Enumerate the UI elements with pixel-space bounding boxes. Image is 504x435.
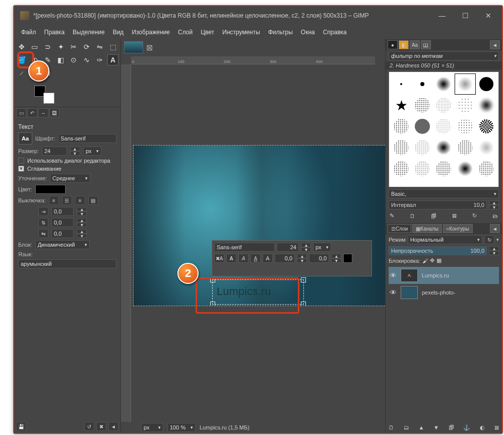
line-spacing-input[interactable]: 0,0 bbox=[51, 218, 74, 227]
cage-tool-icon[interactable]: ⬚ bbox=[107, 41, 118, 52]
dup-layer-icon[interactable]: 🗐 bbox=[449, 424, 454, 431]
brush-item[interactable] bbox=[391, 116, 411, 136]
text-color-swatch[interactable] bbox=[35, 185, 66, 194]
menu-edit[interactable]: Правка bbox=[41, 27, 68, 37]
crop-tool-icon[interactable]: ✂ bbox=[69, 41, 80, 52]
minimize-button[interactable]: — bbox=[430, 7, 454, 24]
maximize-button[interactable]: ☐ bbox=[454, 7, 477, 24]
tab-layers[interactable]: ☰ Слои bbox=[388, 224, 411, 233]
mask-layer-icon[interactable]: ◐ bbox=[480, 424, 485, 431]
menu-image[interactable]: Изображение bbox=[129, 27, 173, 37]
float-italic-icon[interactable]: A bbox=[238, 254, 248, 263]
brush-item[interactable] bbox=[476, 137, 496, 158]
menu-file[interactable]: Файл bbox=[18, 27, 39, 37]
save-preset-icon[interactable]: 💾 bbox=[16, 422, 26, 431]
brush-item[interactable] bbox=[433, 159, 454, 179]
tab-channels[interactable]: ▦ Каналы bbox=[412, 224, 442, 233]
visibility-icon[interactable]: 👁 bbox=[390, 288, 397, 297]
move-tool-icon[interactable]: ✥ bbox=[16, 41, 27, 52]
device-tab-icon[interactable]: ↶ bbox=[27, 108, 37, 117]
close-button[interactable]: ✕ bbox=[477, 7, 500, 24]
interval-slider[interactable]: Интервал10,0 bbox=[389, 200, 487, 209]
text-floating-toolbar[interactable]: Sans-serif 24 ▴▾ px▾ ✖A A A A A 0,0 ▴▾ 0… bbox=[212, 240, 372, 276]
brush-item[interactable] bbox=[455, 116, 475, 136]
status-zoom-dropdown[interactable]: 100 %▾ bbox=[167, 423, 196, 432]
reset-tool-icon[interactable]: ↺ bbox=[84, 422, 94, 431]
menu-tools[interactable]: Инструменты bbox=[219, 27, 263, 37]
rect-select-icon[interactable]: ▭ bbox=[29, 41, 40, 52]
brush-item[interactable] bbox=[391, 74, 411, 94]
float-kerning-input[interactable]: 0,0 bbox=[309, 254, 329, 263]
size-input[interactable]: 24 bbox=[42, 147, 67, 156]
image-tab-icon[interactable]: 🖼 bbox=[49, 108, 59, 117]
eraser-tool-icon[interactable]: ◧ bbox=[55, 54, 67, 65]
block-dropdown[interactable]: Динамический▾ bbox=[35, 240, 90, 249]
brush-item[interactable] bbox=[412, 137, 432, 158]
float-baseline-input[interactable]: 0,0 bbox=[275, 254, 295, 263]
handle-br[interactable] bbox=[301, 302, 306, 306]
image-tab[interactable]: ⊠ bbox=[124, 39, 159, 55]
dup-brush-icon[interactable]: 🗐 bbox=[431, 213, 436, 219]
layer-up-icon[interactable]: ▲ bbox=[418, 424, 424, 431]
history-tab-icon[interactable]: 🕮 bbox=[421, 40, 431, 49]
undo-tab-icon[interactable]: ↔ bbox=[38, 108, 48, 117]
float-clear-icon[interactable]: ✖A bbox=[214, 254, 224, 263]
brush-item[interactable] bbox=[433, 116, 454, 136]
float-bold-icon[interactable]: A bbox=[226, 254, 236, 263]
left-arrow-icon[interactable]: ◄ bbox=[108, 422, 118, 431]
fuzzy-select-icon[interactable]: ✦ bbox=[55, 41, 67, 52]
handle-tr[interactable] bbox=[301, 277, 306, 282]
brush-item[interactable] bbox=[391, 137, 411, 158]
delete-preset-icon[interactable]: ✖ bbox=[96, 422, 106, 431]
text-tool-icon[interactable]: A bbox=[107, 54, 118, 65]
refresh-brush-icon[interactable]: ↻ bbox=[472, 212, 477, 219]
delete-layer-icon[interactable]: ⊠ bbox=[494, 424, 499, 431]
brush-item[interactable]: ★ bbox=[391, 95, 411, 115]
brush-item[interactable] bbox=[476, 116, 496, 136]
brush-item[interactable] bbox=[455, 137, 475, 158]
path-tool-icon[interactable]: ✑ bbox=[94, 54, 105, 65]
new-layer-icon[interactable]: 🗋 bbox=[389, 424, 394, 431]
justify-left-icon[interactable]: ≡ bbox=[49, 196, 59, 205]
hinting-dropdown[interactable]: Среднее▾ bbox=[50, 174, 90, 183]
mode-dropdown[interactable]: Нормальный▾ bbox=[408, 235, 482, 244]
del-brush-icon[interactable]: ⊠ bbox=[452, 212, 457, 219]
edit-brush-icon[interactable]: ✎ bbox=[390, 212, 394, 219]
background-color[interactable] bbox=[43, 93, 54, 104]
pattern-tab-icon[interactable]: ◧ bbox=[399, 40, 409, 49]
brush-item[interactable] bbox=[412, 159, 432, 179]
brush-item[interactable] bbox=[476, 95, 496, 115]
lock-alpha-icon[interactable]: ▦ bbox=[436, 257, 442, 264]
layers-menu-icon[interactable]: ◄ bbox=[490, 224, 500, 233]
brush-item[interactable] bbox=[476, 159, 496, 179]
letter-spacing-input[interactable]: 0,0 bbox=[51, 229, 74, 238]
options-tab-icon[interactable]: ▭ bbox=[16, 108, 26, 117]
menu-color[interactable]: Цвет bbox=[198, 27, 217, 37]
menu-select[interactable]: Выделение bbox=[70, 27, 108, 37]
brush-item[interactable] bbox=[455, 95, 475, 115]
brush-item[interactable] bbox=[476, 74, 496, 94]
font-input[interactable]: Sans-serif bbox=[58, 134, 116, 143]
status-unit-dropdown[interactable]: px▾ bbox=[141, 423, 163, 432]
brush-preset-dropdown[interactable]: Basic,▾ bbox=[389, 189, 499, 198]
float-unit-dropdown[interactable]: px▾ bbox=[313, 243, 331, 252]
menu-help[interactable]: Справка bbox=[320, 27, 350, 37]
dock-menu-icon[interactable]: ◄ bbox=[490, 40, 500, 49]
justify-center-icon[interactable]: ☰ bbox=[62, 196, 72, 205]
layer-group-icon[interactable]: 🗂 bbox=[404, 424, 409, 431]
new-brush-icon[interactable]: 🗋 bbox=[410, 213, 415, 219]
brush-filter-input[interactable]: фильтр по меткам▾ bbox=[389, 51, 499, 60]
clone-tool-icon[interactable]: ⊙ bbox=[69, 54, 80, 65]
justify-fill-icon[interactable]: ▤ bbox=[88, 196, 98, 205]
brush-tab-icon[interactable]: ● bbox=[388, 40, 398, 49]
merge-layer-icon[interactable]: ⚓ bbox=[463, 424, 470, 431]
size-down[interactable]: ▾ bbox=[70, 151, 80, 156]
brush-item[interactable] bbox=[455, 74, 475, 94]
tab-paths[interactable]: ≈ Контуры bbox=[443, 224, 473, 233]
float-color-swatch[interactable] bbox=[343, 254, 352, 263]
fg-bg-colors[interactable] bbox=[34, 86, 54, 104]
lock-paint-icon[interactable]: 🖌 bbox=[422, 258, 428, 264]
brush-item[interactable] bbox=[412, 95, 432, 115]
float-underline-icon[interactable]: A bbox=[250, 254, 261, 263]
opacity-slider[interactable]: Непрозрачность100,0 bbox=[389, 246, 487, 255]
